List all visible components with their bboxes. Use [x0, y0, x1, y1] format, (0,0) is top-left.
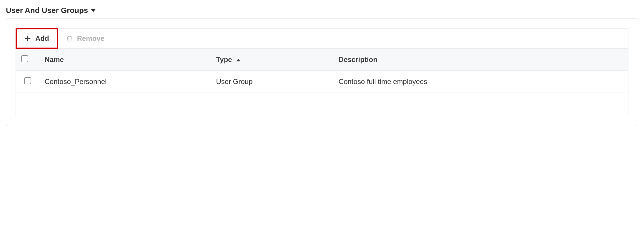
row-description-cell: Contoso full time employees	[333, 71, 628, 93]
section-header[interactable]: User And User Groups	[6, 6, 638, 15]
column-header-type-label: Type	[216, 56, 232, 63]
column-header-name-label: Name	[45, 56, 64, 63]
table-row[interactable]: Contoso_Personnel User Group Contoso ful…	[16, 71, 628, 93]
plus-icon	[24, 35, 31, 42]
remove-button[interactable]: Remove	[58, 28, 113, 48]
toolbar: Add Remove	[16, 28, 628, 48]
spacer-row	[16, 93, 628, 116]
section-title: User And User Groups	[6, 6, 88, 15]
select-all-checkbox[interactable]	[21, 55, 28, 62]
row-checkbox-cell	[16, 71, 39, 93]
trash-icon	[66, 35, 73, 42]
add-button-label: Add	[35, 34, 49, 43]
sort-ascending-icon	[236, 59, 240, 61]
column-header-description-label: Description	[339, 56, 377, 63]
panel: Add Remove Name	[6, 19, 638, 126]
column-header-description[interactable]: Description	[333, 49, 628, 71]
column-header-checkbox	[16, 49, 39, 71]
svg-rect-1	[25, 38, 30, 39]
remove-button-label: Remove	[77, 34, 104, 43]
column-header-name[interactable]: Name	[39, 49, 211, 71]
add-button[interactable]: Add	[16, 28, 58, 48]
caret-down-icon	[91, 9, 96, 12]
row-type-cell: User Group	[211, 71, 333, 93]
row-name-cell: Contoso_Personnel	[39, 71, 211, 93]
column-header-type[interactable]: Type	[211, 49, 333, 71]
user-groups-table: Name Type Description Contoso_Personnel …	[16, 48, 628, 116]
table-header-row: Name Type Description	[16, 49, 628, 71]
row-checkbox[interactable]	[24, 77, 31, 84]
